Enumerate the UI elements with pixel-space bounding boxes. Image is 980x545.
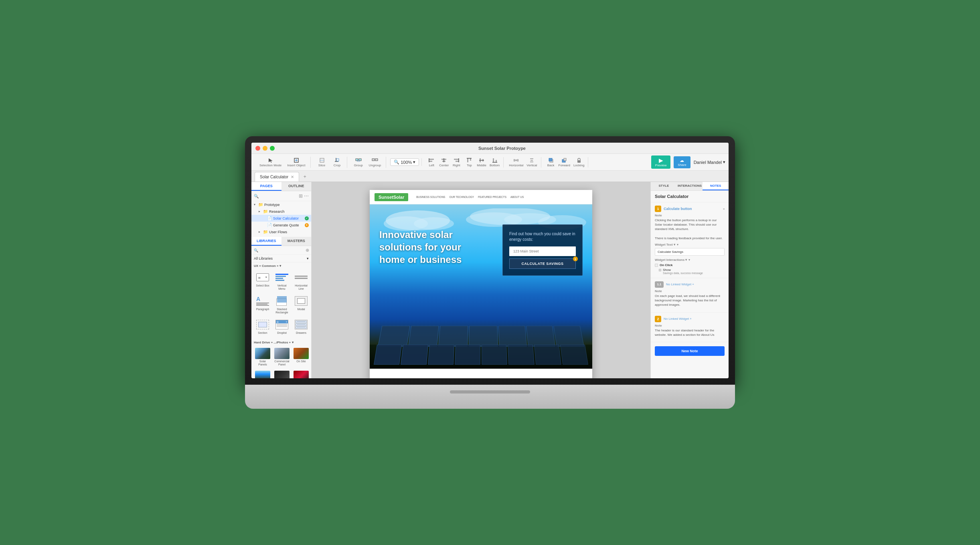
- calculate-savings-button[interactable]: CALCULATE SAVINGS 1: [509, 258, 576, 269]
- tree-item-prototype[interactable]: ▾ 📁 Prototype: [251, 201, 311, 208]
- widget-vertical-menu-item[interactable]: Vertical Menu: [273, 270, 291, 292]
- fullscreen-button[interactable]: [270, 146, 275, 151]
- svg-rect-30: [496, 160, 497, 162]
- tree-item-generate-quote[interactable]: 📄 Generate Quote ✦: [251, 222, 311, 228]
- page-search-input[interactable]: [260, 194, 297, 198]
- forward-button[interactable]: Forward: [557, 157, 571, 168]
- selection-mode-button[interactable]: Selection Mode: [257, 157, 284, 168]
- tree-item-solar-calculator[interactable]: 📄 Solar Calculator ✓: [251, 215, 311, 222]
- photo-commercial-item[interactable]: Commercial Panel: [273, 347, 291, 368]
- nav-link-projects[interactable]: FEATURED PROJECTS: [478, 196, 506, 198]
- note-2-link-button[interactable]: No Linked Widget +: [664, 317, 692, 321]
- align-right-button[interactable]: Right: [451, 157, 462, 168]
- main-toolbar: Selection Mode Insert Object Sl: [251, 154, 729, 171]
- align-top-button[interactable]: Top: [464, 157, 475, 168]
- note-2-badge: 2: [655, 316, 661, 322]
- close-button[interactable]: [255, 146, 260, 151]
- download-icon[interactable]: ⬇: [310, 248, 311, 253]
- widget-stacked-rect-item[interactable]: Stacked Rectangle: [273, 294, 291, 316]
- crop-button[interactable]: Crop: [330, 157, 344, 168]
- laptop-shell: Sunset Solar Protoype Selection Mode: [245, 136, 735, 409]
- insert-object-button[interactable]: Insert Object: [285, 157, 308, 168]
- locking-button[interactable]: Locking: [572, 157, 586, 168]
- new-note-button[interactable]: New Note: [655, 346, 725, 356]
- share-button[interactable]: ☁ Share: [674, 156, 690, 168]
- library-dropdown[interactable]: All Libraries ▾: [251, 255, 311, 262]
- distribute-horizontal-button[interactable]: Horizontal: [508, 157, 524, 168]
- panel-row-1: [370, 326, 592, 347]
- tree-item-user-flows[interactable]: ▸ 📁 User Flows: [251, 228, 311, 235]
- nav-link-about[interactable]: ABOUT US: [510, 196, 524, 198]
- widget-drawers-item[interactable]: Drawers: [292, 317, 310, 336]
- photo-control-unit-item[interactable]: Control Unit: [292, 369, 310, 378]
- align-middle-label: Middle: [477, 164, 486, 167]
- photo-background-item[interactable]: Background Photo: [254, 369, 271, 378]
- ungroup-button[interactable]: Ungroup: [366, 157, 384, 168]
- nav-link-technology[interactable]: OUR TECHNOLOGY: [449, 196, 474, 198]
- minimize-button[interactable]: [263, 146, 267, 151]
- canvas-area[interactable]: SunsetSolar BUSINESS SOLUTIONS OUR TECHN…: [312, 182, 650, 378]
- tree-item-research[interactable]: ▸ 📁 Research: [251, 208, 311, 215]
- libraries-masters-tabs: LIBRARIES MASTERS: [251, 237, 311, 246]
- note-1-1-link-button[interactable]: No Linked Widget +: [666, 283, 694, 286]
- align-right-label: Right: [453, 164, 460, 167]
- widget-paragraph-item[interactable]: A Paragraph: [254, 294, 271, 316]
- tab-outline[interactable]: OUTLINE: [281, 182, 312, 191]
- folder-icon: 📁: [263, 230, 268, 234]
- status-badge-green: ✓: [305, 216, 309, 220]
- nav-link-business[interactable]: BUSINESS SOLUTIONS: [416, 196, 445, 198]
- align-left-button[interactable]: Left: [426, 157, 437, 168]
- widget-droplist-item[interactable]: ▤ ▾: [273, 317, 291, 336]
- note-1-text: Clicking the button performs a lookup in…: [655, 218, 725, 240]
- widget-select-box-item[interactable]: ▤ ▾ Select Box: [254, 270, 271, 292]
- tab-style[interactable]: STYLE: [651, 182, 677, 190]
- tab-libraries[interactable]: LIBRARIES: [251, 237, 281, 246]
- photo-on-site-item[interactable]: On Site: [292, 347, 310, 368]
- selection-mode-label: Selection Mode: [259, 164, 281, 167]
- note-1-link-button[interactable]: ≡: [723, 208, 725, 210]
- align-middle-button[interactable]: Middle: [476, 157, 488, 168]
- widget-horizontal-line-item[interactable]: Horizontal Line: [292, 270, 310, 292]
- drawers-widget-icon: [294, 319, 309, 331]
- align-center-button[interactable]: Center: [438, 157, 450, 168]
- distribute-vertical-button[interactable]: Vertical: [525, 157, 538, 168]
- vertical-menu-widget-icon: [274, 271, 290, 283]
- vertical-menu-label: Vertical Menu: [274, 284, 290, 291]
- svg-rect-35: [530, 158, 533, 159]
- chevron-right-icon: ▸: [259, 210, 262, 213]
- page-tree: ▾ 📁 Prototype ▸ 📁 Research: [251, 201, 311, 378]
- stacked-rectangle-label: Stacked Rectangle: [274, 308, 290, 315]
- tab-notes[interactable]: NOTES: [703, 182, 729, 190]
- tab-masters[interactable]: MASTERS: [281, 237, 312, 246]
- back-button[interactable]: Back: [545, 157, 557, 168]
- photo-solar-panels-item[interactable]: Solar Panels: [254, 347, 271, 368]
- preview-button[interactable]: ▶ Preview: [651, 155, 670, 169]
- tool-group-group: Group Ungroup: [349, 157, 387, 168]
- widget-section-item[interactable]: Section: [254, 317, 271, 336]
- refresh-icon[interactable]: ⊕: [306, 248, 309, 253]
- tab-solar-calculator[interactable]: Solar Calculator ✕: [255, 172, 299, 182]
- solar-nav: SunsetSolar BUSINESS SOLUTIONS OUR TECHN…: [370, 190, 592, 204]
- zoom-control[interactable]: 🔍 100% ▾: [390, 158, 419, 166]
- status-badge-yellow: ✦: [305, 223, 309, 227]
- address-input[interactable]: [509, 246, 576, 256]
- new-tab-button[interactable]: +: [301, 172, 309, 182]
- widget-modal-item[interactable]: Modal: [292, 294, 310, 316]
- more-options-icon[interactable]: ⋯: [304, 193, 309, 199]
- svg-rect-36: [530, 161, 533, 162]
- tab-close-icon[interactable]: ✕: [291, 175, 294, 179]
- tab-interactions[interactable]: INTERACTIONS: [677, 182, 703, 190]
- slice-button[interactable]: Slice: [315, 157, 329, 168]
- library-search-input[interactable]: [259, 248, 304, 252]
- app-screen: Sunset Solar Protoype Selection Mode: [251, 143, 729, 378]
- tab-pages[interactable]: PAGES: [251, 182, 281, 191]
- group-button[interactable]: Group: [351, 157, 366, 168]
- photo-installation-item[interactable]: Installation: [273, 369, 291, 378]
- align-right-icon: [453, 157, 460, 163]
- zoom-level: 100%: [401, 160, 412, 165]
- paragraph-label: Paragraph: [256, 308, 269, 311]
- align-left-icon: [428, 157, 435, 163]
- add-page-button[interactable]: ⊞: [299, 193, 303, 199]
- user-menu[interactable]: Daniel Mandel ▾: [694, 159, 725, 165]
- align-bottom-button[interactable]: Bottom: [488, 157, 501, 168]
